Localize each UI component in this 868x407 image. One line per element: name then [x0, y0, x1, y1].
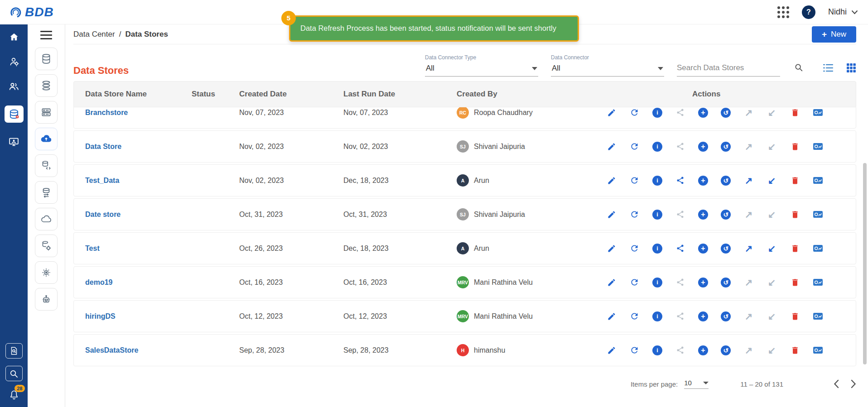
user-menu[interactable]: Nidhi	[828, 7, 858, 17]
user-admin-icon[interactable]	[9, 56, 19, 67]
table-row[interactable]: Date store Oct, 31, 2023 Oct, 31, 2023 S…	[73, 198, 856, 230]
restore-icon[interactable]	[721, 142, 731, 152]
data-settings-icon[interactable]	[35, 235, 58, 257]
restore-icon[interactable]	[721, 311, 731, 321]
data-sets-icon[interactable]	[35, 74, 58, 97]
connector-dropdown[interactable]: Data Connector All	[551, 54, 664, 77]
add-icon[interactable]	[698, 210, 708, 220]
next-page-icon[interactable]	[851, 379, 856, 388]
delete-icon[interactable]	[790, 311, 800, 321]
add-icon[interactable]	[698, 244, 708, 254]
info-icon[interactable]	[652, 244, 662, 254]
info-icon[interactable]	[652, 210, 662, 220]
hamburger-menu-icon[interactable]	[40, 31, 52, 39]
data-stores-icon[interactable]	[35, 128, 58, 150]
delete-icon[interactable]	[790, 277, 800, 287]
info-icon[interactable]	[652, 311, 662, 321]
edit-icon[interactable]	[606, 209, 617, 220]
refresh-icon[interactable]	[629, 175, 640, 186]
info-icon[interactable]	[652, 345, 662, 355]
cloud-icon[interactable]	[35, 208, 58, 230]
refresh-icon[interactable]	[629, 107, 640, 118]
info-icon[interactable]	[652, 142, 662, 152]
retrieve-icon[interactable]	[767, 175, 777, 186]
publish-icon[interactable]	[743, 175, 754, 186]
restore-icon[interactable]	[721, 278, 731, 287]
olap-icon[interactable]	[813, 141, 823, 152]
table-row[interactable]: demo19 Oct, 16, 2023 Oct, 16, 2023 MRV M…	[73, 266, 856, 298]
olap-icon[interactable]	[813, 243, 823, 254]
datastore-name-link[interactable]: Test_Data	[85, 177, 119, 184]
olap-icon[interactable]	[813, 277, 823, 287]
document-search-icon[interactable]	[5, 343, 23, 359]
help-icon[interactable]: ?	[802, 5, 815, 19]
datastore-name-link[interactable]: Test	[85, 244, 100, 252]
olap-icon[interactable]	[813, 209, 823, 220]
data-virtualization-icon[interactable]	[35, 101, 58, 124]
datastore-name-link[interactable]: demo19	[85, 278, 112, 286]
page-size-select[interactable]: 10	[684, 379, 709, 389]
datastore-name-link[interactable]: Branchstore	[85, 109, 128, 116]
info-icon[interactable]	[652, 278, 662, 287]
grid-view-icon[interactable]	[846, 63, 856, 74]
restore-icon[interactable]	[721, 210, 731, 220]
datastore-name-link[interactable]: hiringDS	[85, 312, 116, 320]
delete-icon[interactable]	[790, 107, 800, 118]
restore-icon[interactable]	[721, 176, 731, 186]
data-center-icon[interactable]	[5, 105, 24, 123]
table-row[interactable]: hiringDS Oct, 12, 2023 Oct, 12, 2023 MRV…	[73, 300, 856, 332]
edit-icon[interactable]	[606, 141, 617, 152]
delete-icon[interactable]	[790, 209, 800, 220]
edit-icon[interactable]	[606, 345, 617, 355]
edit-icon[interactable]	[606, 107, 617, 118]
add-icon[interactable]	[698, 176, 708, 186]
restore-icon[interactable]	[721, 108, 731, 118]
refresh-icon[interactable]	[629, 243, 640, 254]
add-icon[interactable]	[698, 142, 708, 152]
olap-icon[interactable]	[813, 175, 823, 186]
breadcrumb-root[interactable]: Data Center	[73, 30, 115, 39]
datastore-name-link[interactable]: SalesDataStore	[85, 346, 138, 354]
apps-grid-icon[interactable]	[777, 6, 789, 18]
search-input[interactable]	[677, 61, 780, 76]
refresh-icon[interactable]	[629, 141, 640, 152]
data-as-api-icon[interactable]	[35, 154, 58, 177]
edit-icon[interactable]	[606, 243, 617, 254]
restore-icon[interactable]	[721, 345, 731, 355]
data-connectors-icon[interactable]	[35, 48, 58, 70]
info-icon[interactable]	[652, 108, 662, 118]
table-row[interactable]: Data Store Nov, 02, 2023 Nov, 02, 2023 S…	[73, 130, 856, 163]
add-icon[interactable]	[698, 278, 708, 287]
api-services-icon[interactable]	[35, 261, 58, 284]
edit-icon[interactable]	[606, 277, 617, 287]
restore-icon[interactable]	[721, 244, 731, 254]
search-rail-icon[interactable]	[5, 366, 23, 381]
users-icon[interactable]	[8, 81, 19, 92]
search-icon[interactable]	[794, 62, 804, 74]
delete-icon[interactable]	[790, 175, 800, 186]
notifications-icon[interactable]: 28	[9, 389, 19, 402]
add-icon[interactable]	[698, 345, 708, 355]
share-icon[interactable]	[675, 243, 685, 254]
new-button[interactable]: + New	[812, 26, 856, 43]
olap-icon[interactable]	[813, 107, 823, 118]
edit-icon[interactable]	[606, 175, 617, 186]
bot-icon[interactable]	[35, 288, 58, 311]
refresh-icon[interactable]	[629, 345, 640, 355]
retrieve-icon[interactable]	[767, 243, 777, 254]
delete-icon[interactable]	[790, 243, 800, 254]
refresh-icon[interactable]	[629, 209, 640, 220]
bdb-logo[interactable]: BDB	[10, 5, 54, 19]
table-row[interactable]: Test Oct, 26, 2023 Dec, 18, 2023 A Arun	[73, 232, 856, 264]
scrollbar[interactable]	[863, 163, 867, 364]
delete-icon[interactable]	[790, 345, 800, 355]
refresh-icon[interactable]	[629, 277, 640, 287]
info-icon[interactable]	[652, 176, 662, 186]
datastore-name-link[interactable]: Data Store	[85, 143, 121, 150]
home-icon[interactable]	[9, 32, 19, 43]
table-row[interactable]: SalesDataStore Sep, 28, 2023 Sep, 28, 20…	[73, 334, 856, 366]
connector-type-dropdown[interactable]: Data Connector Type All	[425, 54, 538, 77]
previous-page-icon[interactable]	[834, 379, 839, 388]
refresh-icon[interactable]	[629, 311, 640, 321]
user-monitor-icon[interactable]	[8, 136, 19, 148]
